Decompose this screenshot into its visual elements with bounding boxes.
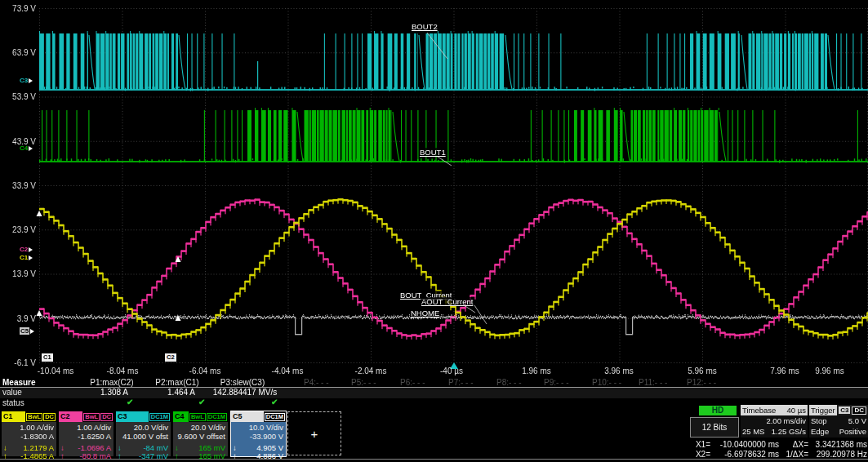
voltage-axis-label: 3.9 V: [0, 314, 36, 323]
channel-scale: 1.00 A/div: [59, 423, 114, 432]
measure-param-p12[interactable]: P12:- - -: [687, 378, 716, 387]
bwl-badge: BwL: [26, 413, 42, 421]
measure-title: Measure: [2, 378, 36, 387]
measure-value-p3: 142.884417 MV/s: [213, 388, 277, 397]
time-axis-label: 1.96 ms: [522, 366, 551, 375]
measure-status-row: status ✔ ✔ ✔: [0, 398, 868, 408]
measure-param-p4[interactable]: P4:- - -: [304, 378, 329, 387]
time-axis-label: 7.96 ms: [770, 366, 799, 375]
voltage-axis-label: 33.9 V: [0, 181, 36, 190]
time-axis-label: -40 µs: [440, 366, 463, 375]
adc-bits-box: 12 Bits: [690, 417, 739, 438]
status-check-icon: ✔: [127, 398, 133, 406]
channel-marker-c4[interactable]: C4: [20, 144, 33, 152]
channel-scale: 20.0 V/div: [173, 423, 228, 432]
measure-param-p8[interactable]: P8:- - -: [496, 378, 522, 387]
trigger-panel[interactable]: Trigger C3DC Stop5.0 V EdgePositive: [809, 405, 868, 438]
measure-param-p11[interactable]: P11:- - -: [639, 378, 667, 387]
measure-value-row: value 1.308 A 1.464 A 142.884417 MV/s: [0, 387, 868, 398]
measure-param-p6[interactable]: P6:- - -: [400, 378, 425, 387]
coupling-badge: DC: [100, 413, 113, 421]
trace-label-bout1: BOUT1: [419, 148, 447, 157]
channel-scale: 1.00 A/div: [2, 423, 56, 432]
x1-value: -10.0400000 ms: [710, 440, 779, 450]
trigger-coupling-badge: DC: [852, 406, 866, 415]
trigger-type: Edge: [811, 426, 829, 437]
status-check-icon: ✔: [198, 398, 205, 406]
status-row-label: status: [2, 398, 24, 407]
channel-id: C1: [2, 411, 25, 422]
waveform-canvas[interactable]: [0, 0, 868, 374]
channel-id: C4: [173, 411, 189, 422]
time-axis-label: 9.96 ms: [815, 366, 844, 375]
trace-label-nhome: NHOME: [410, 309, 440, 318]
marker-arrow-icon: [29, 255, 33, 260]
coupling-badge: DC: [43, 413, 56, 421]
channel-offset: -1.8300 A: [2, 432, 56, 441]
trigger-mode: Stop: [811, 415, 827, 426]
channel-offset: 9.600 V offset: [173, 432, 228, 441]
time-axis-label: -10.04 ms: [38, 366, 73, 375]
measure-param-p1[interactable]: P1:max(C2): [90, 378, 133, 387]
time-axis-label: -8.04 ms: [107, 366, 139, 375]
marker-arrow-icon: [29, 78, 33, 83]
channel-descriptor-c1[interactable]: C1 BwLDC 1.00 A/div -1.8300 A ↓1.2179 A …: [2, 411, 56, 456]
plus-icon: +: [311, 427, 318, 441]
trigger-level: 5.0 V: [848, 415, 866, 426]
coupling-badge: DC1M: [149, 413, 170, 421]
trigger-source-badge: C3: [839, 406, 850, 414]
trigger-title: Trigger: [811, 405, 835, 415]
channel-offset: 41.000 V ofst: [116, 432, 171, 441]
cursor-flag-2[interactable]: C2: [165, 353, 176, 362]
timebase-title: Timebase: [742, 405, 776, 415]
trace-label-bout2: BOUT2: [411, 22, 438, 31]
voltage-axis-label: 23.9 V: [0, 225, 36, 234]
measure-param-p2[interactable]: P2:max(C1): [155, 378, 198, 387]
time-axis-label: -6.04 ms: [189, 366, 221, 375]
trigger-slope: Positive: [839, 426, 866, 437]
timebase-delay: 40 µs: [787, 405, 806, 415]
time-axis-label: -2.04 ms: [355, 366, 387, 375]
channel-marker-c3[interactable]: C3: [20, 77, 33, 84]
time-axis-label: 3.96 ms: [604, 366, 634, 375]
timebase-rate: 1.25 GS/s: [772, 426, 806, 437]
measure-param-p9[interactable]: P9:- - -: [544, 378, 569, 387]
cursor-flag-1[interactable]: C1: [42, 353, 53, 362]
timebase-scale: 2.00 ms/div: [766, 415, 806, 426]
time-axis-label: 5.96 ms: [688, 366, 717, 375]
value-row-label: value: [2, 388, 22, 397]
channel-id: C5: [231, 411, 264, 422]
channel-descriptor-c3[interactable]: C3 DC1M 20.0 V/div 41.000 V ofst ↓-84 mV…: [116, 411, 171, 456]
cursor-readout: X1= -10.0400000 ms ΔX= 3.3421368 ms X2= …: [688, 440, 868, 460]
measure-param-p10[interactable]: P10:- - -: [592, 378, 621, 387]
channel-descriptor-c5[interactable]: C5 DC1M 10.0 V/div -33.900 V ↓4.905 V ↑4…: [230, 411, 287, 457]
channel-offset: -33.900 V: [231, 432, 286, 441]
voltage-axis-label: 53.9 V: [0, 92, 36, 101]
x1-label: X1=: [688, 440, 710, 450]
measure-param-p7[interactable]: P7:- - -: [448, 378, 474, 387]
timebase-samples: 25 MS: [742, 426, 764, 437]
voltage-axis-label: 73.9 V: [0, 4, 36, 13]
bwl-badge: BwL: [189, 413, 206, 421]
bwl-badge: BwL: [83, 413, 100, 421]
voltage-axis-label: 13.9 V: [0, 269, 36, 278]
time-axis-label: -4.04 ms: [272, 366, 304, 375]
channel-offset: -1.6250 A: [59, 432, 114, 441]
measure-value-p1: 1.308 A: [100, 388, 128, 397]
timebase-panel[interactable]: Timebase40 µs 2.00 ms/div 25 MS1.25 GS/s: [741, 405, 808, 438]
waveform-grid[interactable]: 73.9 V 63.9 V 53.9 V 43.9 V 33.9 V 23.9 …: [0, 0, 868, 376]
channel-descriptor-c2[interactable]: C2 BwLDC 1.00 A/div -1.6250 A ↓-1.0696 A…: [59, 411, 114, 456]
measure-param-p5[interactable]: P5:- - -: [351, 378, 376, 387]
hd-mode-badge[interactable]: HD: [699, 406, 737, 415]
measure-table: Measure P1:max(C2) P2:max(C1) P3:slew(C3…: [0, 376, 868, 409]
measure-value-p2: 1.464 A: [167, 388, 195, 397]
channel-marker-c2[interactable]: C2: [20, 246, 33, 253]
marker-arrow-icon: [29, 247, 33, 252]
add-trace-button[interactable]: +: [287, 411, 341, 455]
channel-descriptor-c4[interactable]: C4 BwLDC1M 20.0 V/div 9.600 V offset ↓16…: [173, 411, 228, 456]
measure-param-p3[interactable]: P3:slew(C3): [220, 378, 265, 387]
channel-marker-c1[interactable]: C1: [20, 254, 33, 261]
voltage-axis-label: -6.1 V: [0, 358, 36, 367]
trace-label-aout-current: AOUT_Current: [421, 297, 474, 306]
channel-marker-c5[interactable]: C5: [20, 327, 34, 335]
